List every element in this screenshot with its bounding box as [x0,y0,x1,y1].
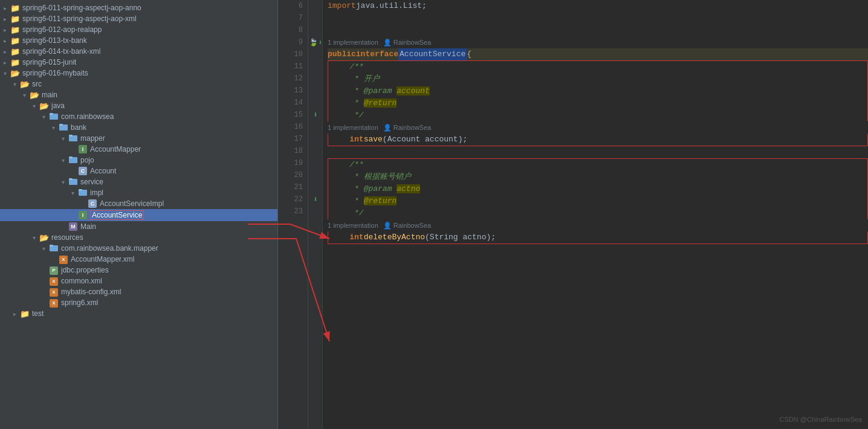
package-icon [77,189,88,197]
sidebar-item-label: src [32,80,42,88]
line-number: 20 [278,169,303,181]
code-line: int deleteByActno(String actno); [328,231,868,244]
sidebar-item-spring6-016[interactable]: ▾📂spring6-016-mybaits [0,68,277,79]
sidebar-item-main[interactable]: ▾📂main [0,89,277,100]
xml-icon: X [48,288,59,296]
main-icon: M [68,222,79,231]
sidebar-item-label: spring6-013-tx-bank [22,36,87,45]
sidebar-item-resources[interactable]: ▾📂resources [0,232,277,243]
sidebar-item-label: jdbc.properties [61,266,109,274]
sidebar-item-label: AccountMapper [90,145,141,153]
sidebar-item-label: pojo [80,156,94,164]
line-numbers: 67891011121314151617181920212223 [278,0,308,429]
comment: */ [354,207,364,219]
keyword: public [328,48,356,60]
code-line: /** [328,158,868,171]
expand-arrow: ▾ [29,234,39,241]
sidebar-item-spring6-011[interactable]: ▸📁spring6-011-spring-aspectj-aop-anno [0,2,277,13]
sidebar-item-Account[interactable]: CAccount [0,166,277,176]
comment: * @param actno [354,183,420,195]
expand-arrow: ▾ [48,124,58,131]
sidebar-item-com.rainbowsea[interactable]: ▾com.rainbowsea [0,111,277,122]
package-icon [58,123,69,132]
code-line: */ [328,109,868,121]
watermark: CSDN @ChinaRainbowSea [779,416,862,423]
sidebar-item-spring6-011b[interactable]: ▸📁spring6-011-spring-aspectj-aop-xml [0,13,277,24]
line-number: 6 [278,0,303,12]
sidebar-item-AccountMapper.xml[interactable]: XAccountMapper.xml [0,254,277,265]
sidebar-item-src[interactable]: ▾📂src [0,79,277,89]
package-icon [68,178,79,186]
expand-arrow: ▾ [39,245,48,252]
class-icon: C [87,199,98,208]
line-number: 16 [278,121,303,133]
folder-icon: 📁 [10,4,21,12]
expand-arrow: ▾ [10,81,19,88]
expand-arrow: ▸ [0,48,10,55]
package-icon [68,134,79,143]
code-line: * 根据账号销户 [328,171,868,183]
sidebar-item-impl[interactable]: ▾impl [0,187,277,198]
sidebar-item-spring6-015[interactable]: ▸📁spring6-015-junit [0,57,277,68]
folder-icon: 📂 [39,233,50,242]
sidebar-item-label: main [42,91,57,99]
sidebar-item-label: spring6-012-aop-realapp [22,25,102,34]
interface-icon: I [77,211,88,219]
svg-rect-3 [59,124,63,126]
package-icon [48,112,59,121]
package-icon [68,156,79,164]
code-line: int save(Account account); [328,134,868,146]
folder-icon: 📂 [10,69,21,77]
expand-arrow: ▾ [39,114,48,120]
line-number: 15 [278,109,303,121]
code-content[interactable]: import java.util.List;1 implementation👤R… [323,0,868,429]
sidebar-item-spring6.xml[interactable]: Xspring6.xml [0,297,277,308]
sidebar-item-spring6-012[interactable]: ▸📁spring6-012-aop-realapp [0,24,277,35]
sidebar-item-service[interactable]: ▾service [0,176,277,187]
code-line: * @return [328,195,868,207]
gutter-item [308,133,323,145]
method-name: deleteByActno [364,231,425,244]
code-line [328,12,868,24]
line-number: 12 [278,73,303,85]
line-number: 7 [278,12,303,24]
sidebar-item-test[interactable]: ▸📁test [0,308,277,319]
file-tree[interactable]: ▸📁spring6-011-spring-aspectj-aop-anno▸📁s… [0,0,278,429]
sidebar-item-label: AccountService [90,210,144,220]
sidebar-item-Main[interactable]: MMain [0,221,277,232]
line-number: 18 [278,145,303,157]
folder-icon: 📂 [39,102,50,110]
sidebar-item-mapper[interactable]: ▾mapper [0,133,277,144]
sidebar-item-common.xml[interactable]: Xcommon.xml [0,276,277,286]
sidebar-item-pojo[interactable]: ▾pojo [0,155,277,166]
expand-arrow: ▸ [0,37,10,44]
line-number: 13 [278,85,303,97]
gutter-item: ⬇ [308,109,323,121]
gutter-item [308,157,323,169]
sidebar-item-spring6-013[interactable]: ▸📁spring6-013-tx-bank [0,35,277,46]
sidebar-item-mybatis-config.xml[interactable]: Xmybatis-config.xml [0,286,277,297]
sidebar-item-spring6-014[interactable]: ▸📁spring6-014-tx-bank-xml [0,46,277,57]
sidebar-item-label: common.xml [61,277,102,285]
sidebar-item-java[interactable]: ▾📂java [0,100,277,111]
comment: * @param account [354,85,430,97]
sidebar-item-AccountServiceImpl[interactable]: CAccountServiceImpl [0,198,277,209]
line-number: 14 [278,97,303,109]
sidebar-item-bank[interactable]: ▾bank [0,122,277,133]
sidebar-item-AccountService[interactable]: IAccountService [0,209,277,221]
class-name-selected: AccountService [398,48,467,60]
folder-icon: 📁 [10,36,21,45]
gutter-item [308,60,323,73]
gutter-item [308,48,323,60]
impl-hint: 1 implementation👤RainbowSea [328,219,868,231]
gutter-item [308,181,323,193]
sidebar-item-label: com.rainbowsea.bank.mapper [61,244,158,253]
comment: /** [349,61,363,73]
sidebar-item-jdbc.properties[interactable]: Pjdbc.properties [0,265,277,276]
keyword: int [349,134,363,146]
sidebar-item-com.rainbowsea.bank.mapper[interactable]: ▾com.rainbowsea.bank.mapper [0,243,277,254]
sidebar-item-AccountMapper[interactable]: IAccountMapper [0,144,277,155]
svg-rect-7 [69,156,73,158]
comment: /** [349,159,363,171]
sidebar-item-label: impl [90,189,103,197]
